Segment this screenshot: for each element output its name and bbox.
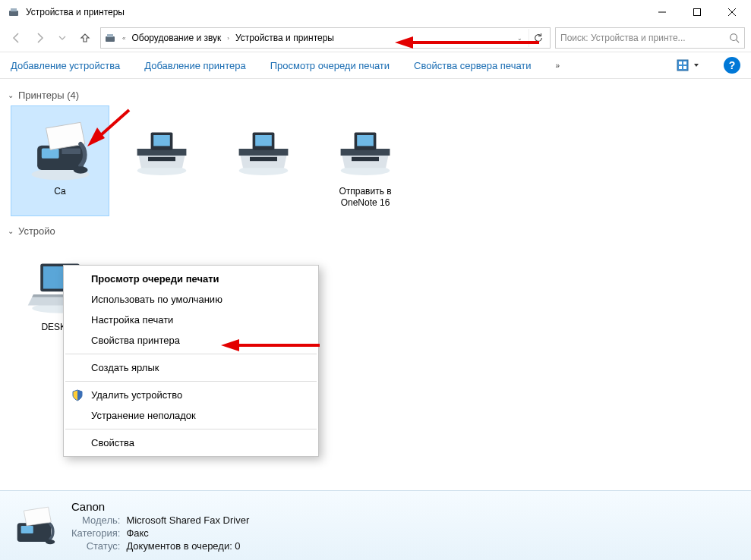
svg-rect-25: [250, 156, 277, 160]
add-device-link[interactable]: Добавление устройства: [11, 60, 120, 71]
svg-rect-0: [9, 11, 18, 16]
forward-button[interactable]: [29, 27, 50, 49]
ctx-view-queue[interactable]: Просмотр очереди печати: [64, 269, 318, 289]
printer-icon: [228, 112, 300, 184]
details-title: Canon: [71, 500, 249, 513]
ctx-separator: [65, 354, 317, 354]
printer-icon: [126, 112, 198, 184]
command-bar: Добавление устройства Добавление принтер…: [0, 52, 751, 79]
printer-item[interactable]: [214, 105, 313, 216]
printer-label: Отправить в OneNote 16: [320, 186, 411, 209]
printer-icon: [330, 112, 402, 184]
svg-rect-12: [683, 61, 686, 64]
ctx-separator: [65, 381, 317, 382]
devices-icon: [104, 32, 116, 44]
chevron-down-icon: ⌄: [8, 227, 14, 235]
window-icon: [8, 6, 20, 18]
group-label-printers: Принтеры (4): [18, 90, 79, 101]
ctx-create-shortcut[interactable]: Создать ярлык: [64, 357, 318, 378]
details-model-value: Microsoft Shared Fax Driver: [126, 514, 249, 526]
svg-point-37: [46, 539, 55, 543]
printer-item[interactable]: [112, 105, 211, 216]
svg-point-8: [730, 34, 737, 41]
print-server-props-link[interactable]: Свойства сервера печати: [414, 60, 532, 71]
refresh-button[interactable]: [529, 29, 547, 47]
view-options-button[interactable]: [677, 59, 699, 71]
svg-rect-6: [106, 36, 115, 42]
up-button[interactable]: [74, 27, 96, 49]
printer-item-selected[interactable]: Ca: [11, 105, 109, 216]
chevron-down-icon: ⌄: [8, 91, 14, 99]
close-button[interactable]: [715, 0, 749, 24]
view-queue-link[interactable]: Просмотр очереди печати: [270, 60, 390, 71]
address-bar[interactable]: « Оборудование и звук › Устройства и при…: [100, 27, 551, 49]
recent-dropdown[interactable]: [52, 27, 73, 49]
group-header-printers[interactable]: ⌄ Принтеры (4): [3, 87, 748, 104]
window-title: Устройства и принтеры: [26, 7, 645, 17]
svg-rect-21: [148, 156, 175, 160]
details-status-label: Статус:: [71, 540, 120, 552]
context-menu: Просмотр очереди печати Использовать по …: [63, 265, 319, 457]
search-input[interactable]: [560, 33, 724, 43]
minimize-button[interactable]: [645, 0, 680, 24]
ctx-set-default[interactable]: Использовать по умолчанию: [64, 289, 318, 310]
printers-row: Ca: [3, 104, 748, 222]
svg-rect-27: [255, 135, 272, 146]
shield-icon: [71, 389, 84, 401]
details-model-label: Модель:: [71, 514, 120, 526]
ctx-troubleshoot[interactable]: Устранение неполадок: [64, 405, 318, 426]
window-controls: [645, 0, 749, 24]
add-printer-link[interactable]: Добавление принтера: [144, 60, 245, 71]
search-icon[interactable]: [729, 33, 740, 43]
svg-point-19: [73, 166, 87, 174]
svg-rect-13: [679, 66, 682, 69]
svg-rect-36: [21, 526, 33, 533]
svg-rect-23: [153, 135, 170, 146]
ctx-remove-device[interactable]: Удалить устройство: [64, 385, 318, 405]
title-bar: Устройства и принтеры: [0, 0, 751, 24]
svg-rect-29: [352, 156, 379, 160]
group-label-devices: Устройо: [18, 225, 55, 237]
search-box[interactable]: [555, 27, 745, 49]
overflow-button[interactable]: »: [556, 61, 560, 70]
printer-item-onenote[interactable]: Отправить в OneNote 16: [316, 105, 415, 216]
svg-rect-1: [11, 8, 17, 11]
ctx-print-setup[interactable]: Настройка печати: [64, 310, 318, 330]
svg-rect-7: [107, 34, 113, 37]
content-area: ⌄ Принтеры (4) Ca: [0, 79, 751, 489]
printer-label: Ca: [54, 186, 65, 197]
back-button[interactable]: [6, 27, 27, 49]
breadcrumb-segment-1[interactable]: Оборудование и звук: [131, 33, 221, 43]
breadcrumb-segment-2[interactable]: Устройства и принтеры: [235, 33, 334, 43]
navigation-bar: « Оборудование и звук › Устройства и при…: [0, 24, 751, 52]
help-button[interactable]: ?: [724, 57, 740, 74]
details-category-label: Категория:: [71, 527, 120, 539]
svg-rect-31: [357, 135, 374, 146]
ctx-printer-props[interactable]: Свойства принтера: [64, 330, 318, 351]
svg-rect-3: [694, 9, 701, 16]
svg-line-9: [737, 40, 740, 43]
maximize-button[interactable]: [680, 0, 715, 24]
group-header-devices[interactable]: ⌄ Устройо: [3, 222, 748, 240]
svg-rect-18: [62, 149, 80, 155]
svg-rect-11: [679, 61, 682, 64]
details-pane: Canon Модель: Microsoft Shared Fax Drive…: [0, 490, 751, 560]
address-dropdown[interactable]: ⌄: [513, 35, 525, 42]
ctx-separator: [65, 429, 317, 429]
fax-icon: [24, 112, 96, 184]
breadcrumb-sep: «: [119, 35, 128, 42]
ctx-properties[interactable]: Свойства: [64, 433, 318, 453]
details-icon: [11, 502, 58, 549]
svg-rect-14: [683, 66, 686, 69]
details-status-value: Документов в очереди: 0: [126, 540, 249, 552]
details-category-value: Факс: [126, 527, 249, 539]
breadcrumb-chevron-icon[interactable]: ›: [224, 35, 232, 42]
